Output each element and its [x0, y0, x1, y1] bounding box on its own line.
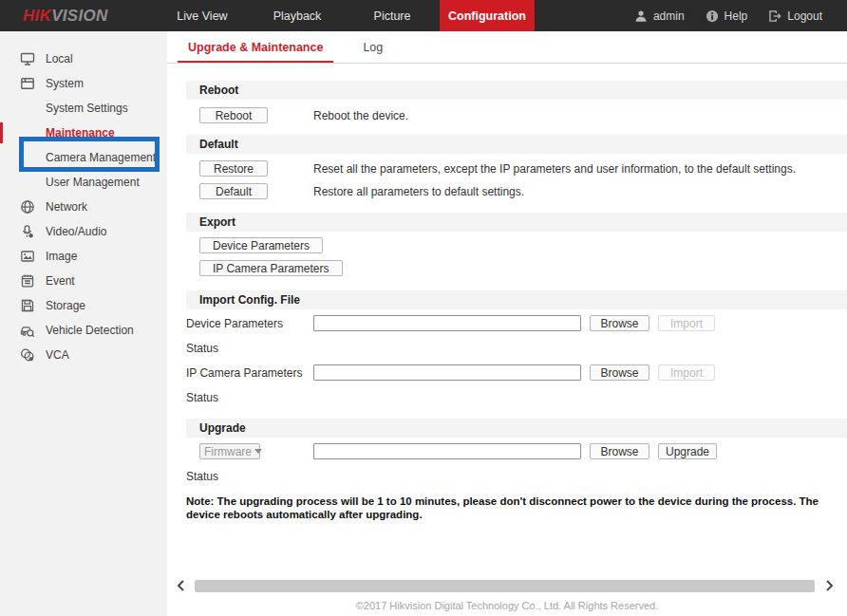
sidebar-item-storage[interactable]: Storage [0, 293, 167, 318]
sidebar-item-video-audio[interactable]: Video/Audio [0, 219, 167, 244]
sidebar-item-system[interactable]: System [0, 71, 167, 96]
tab-upgrade-maintenance[interactable]: Upgrade & Maintenance [188, 31, 323, 63]
network-icon [20, 199, 35, 215]
event-icon [20, 273, 35, 289]
nav-playback[interactable]: Playback [250, 0, 345, 31]
import-device-parameters-input[interactable] [313, 315, 581, 331]
section-header-default: Default [186, 135, 847, 154]
sidebar-item-local[interactable]: Local [0, 47, 167, 71]
copyright-footer: ©2017 Hikvision Digital Technology Co., … [167, 600, 847, 611]
upgrade-button[interactable]: Upgrade [658, 443, 717, 459]
sidebar: Local System System Settings Maintenance… [0, 31, 167, 616]
upgrade-note: Note: The upgrading process will be 1 to… [186, 495, 820, 521]
import-device-import-button[interactable]: Import [658, 315, 715, 331]
user-menu[interactable]: admin [634, 9, 685, 23]
import-ip-camera-import-button[interactable]: Import [658, 364, 715, 381]
upgrade-browse-button[interactable]: Browse [590, 443, 649, 459]
import-device-parameters-label: Device Parameters [186, 317, 313, 330]
nav-picture[interactable]: Picture [345, 0, 440, 31]
system-icon [20, 76, 35, 91]
sidebar-item-network[interactable]: Network [0, 195, 167, 219]
help-button[interactable]: Help [706, 9, 748, 23]
import-device-browse-button[interactable]: Browse [590, 315, 649, 331]
help-label: Help [725, 9, 748, 23]
user-area: admin Help Logout [634, 0, 847, 31]
sidebar-item-user-management[interactable]: User Management [0, 170, 167, 195]
nav-live-view[interactable]: Live View [155, 0, 250, 31]
upgrade-status-label: Status [186, 470, 218, 483]
export-device-parameters-button[interactable]: Device Parameters [199, 237, 323, 253]
section-header-upgrade: Upgrade [186, 419, 847, 438]
sidebar-item-vca[interactable]: VCA [0, 343, 167, 367]
reboot-description: Reboot the device. [313, 109, 408, 122]
active-indicator [0, 122, 3, 143]
storage-icon [20, 298, 35, 313]
top-bar: HIKVISION Live View Playback Picture Con… [0, 0, 847, 31]
tab-log[interactable]: Log [363, 31, 383, 63]
import-ip-camera-parameters-label: IP Camera Parameters [186, 366, 313, 380]
upgrade-type-selected-value: Firmware [204, 445, 252, 458]
section-header-reboot: Reboot [186, 81, 847, 100]
sidebar-item-image[interactable]: Image [0, 244, 167, 269]
nav-configuration[interactable]: Configuration [440, 0, 535, 31]
logout-label: Logout [787, 9, 822, 23]
export-ip-camera-parameters-button[interactable]: IP Camera Parameters [199, 260, 343, 276]
sidebar-item-system-settings[interactable]: System Settings [0, 96, 167, 121]
logout-icon [768, 9, 781, 23]
reboot-button[interactable]: Reboot [199, 107, 268, 123]
logout-button[interactable]: Logout [768, 9, 822, 23]
sidebar-item-vehicle-detection[interactable]: Vehicle Detection [0, 318, 167, 343]
sidebar-item-camera-management[interactable]: Camera Management [0, 145, 167, 170]
scroll-right-icon[interactable] [822, 579, 836, 592]
user-icon [634, 9, 648, 23]
monitor-icon [20, 51, 35, 66]
logo-part-gray: VISION [51, 7, 107, 26]
sidebar-item-maintenance[interactable]: Maintenance [0, 121, 167, 145]
restore-description: Reset all the parameters, except the IP … [313, 162, 796, 176]
help-icon [706, 9, 719, 23]
hikvision-config-window: HIKVISION Live View Playback Picture Con… [0, 0, 847, 616]
main-content: Upgrade & Maintenance Log Reboot Reboot … [167, 31, 847, 616]
restore-button[interactable]: Restore [199, 160, 268, 177]
section-header-export: Export [186, 213, 847, 232]
default-button[interactable]: Default [199, 183, 268, 199]
horizontal-scrollbar [167, 579, 847, 592]
import-ip-camera-parameters-input[interactable] [313, 364, 581, 381]
scrollbar-thumb[interactable] [195, 580, 815, 592]
settings-body: Reboot Reboot Reboot the device. Default… [167, 64, 847, 521]
section-header-import: Import Config. File [186, 290, 847, 309]
import-device-status-label: Status [186, 342, 218, 355]
sidebar-item-event[interactable]: Event [0, 269, 167, 293]
vehicle-detection-icon [20, 323, 35, 338]
import-ip-camera-status-label: Status [186, 391, 218, 404]
import-ip-camera-browse-button[interactable]: Browse [590, 364, 649, 381]
vca-icon [20, 347, 35, 363]
video-audio-icon [20, 224, 35, 239]
upgrade-file-input[interactable] [313, 443, 581, 459]
user-name: admin [653, 9, 685, 23]
logo-part-red: HIK [23, 7, 51, 26]
upgrade-type-select[interactable]: Firmware [199, 443, 260, 459]
tab-bar: Upgrade & Maintenance Log [167, 31, 847, 64]
image-icon [20, 249, 35, 264]
scroll-left-icon[interactable] [175, 579, 188, 592]
chevron-down-icon [254, 449, 262, 454]
default-description: Restore all parameters to default settin… [313, 185, 524, 198]
hikvision-logo: HIKVISION [0, 0, 155, 31]
